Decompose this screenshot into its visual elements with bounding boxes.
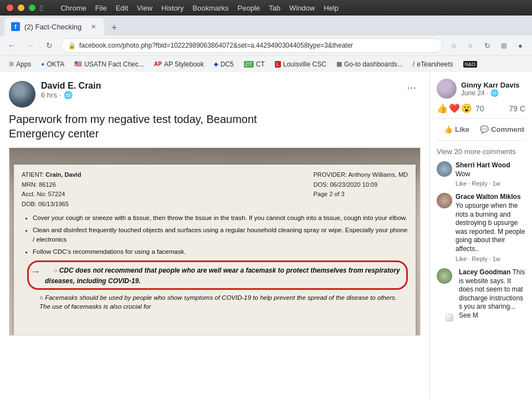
lock-icon: 🔒 [68,42,76,49]
bookmark-usatn-label: USATN Fact Chec... [84,60,144,68]
bookmark-ct-label: CT [256,60,265,68]
active-tab[interactable]: f (2) Fact-Checking ✕ [4,18,104,35]
comment-avatar-3[interactable] [437,268,452,284]
thumbs-up-reaction: 👍 [437,103,448,114]
minimize-button[interactable] [18,4,24,11]
browser-content: David E. Crain 6 hrs · 🌐 ··· Paperwork f… [0,72,532,399]
comment-item-3: Lacey Goodman This is website says. It d… [437,268,525,320]
account-circle-icon[interactable]: ● [513,38,528,53]
dc5-icon: ◆ [214,61,218,67]
bookmark-okta-label: OKTA [47,60,64,68]
comment-body-1: Sherri Hart Wood Wow Like · Reply · 1w [456,161,525,187]
sync-icon[interactable]: ↻ [480,38,494,53]
mac-titlebar:  Chrome File Edit View History Bookmark… [0,0,532,16]
privacy-icon: 🌐 [64,91,73,99]
author-name[interactable]: David E. Crain [41,81,402,91]
post-image[interactable]: ATIENT: Crain, David MRN: 86126 Acct. No… [9,147,421,336]
sidebar-user-details: Ginny Karr Davis June 24 · 🌐 [461,81,520,97]
url-bar[interactable]: 🔒 facebook.com/photo.php?fbid=1022298906… [61,38,442,53]
ct-icon: CT [244,61,254,68]
provider-label: PROVIDER: [313,171,347,178]
patient-label: ATIENT: [22,171,44,178]
comment-avatar-2[interactable] [437,193,452,208]
comment-author-3: Lacey Goodman [459,268,510,276]
bookmark-okta[interactable]: ● OKTA [37,59,69,69]
bookmark-dashboards[interactable]: ▦ Go-to dashboards... [332,59,407,69]
post-separator: · [59,91,62,99]
apple-icon:  [40,3,43,13]
back-button[interactable]: ← [4,38,19,53]
bookmark-dc5[interactable]: ◆ DC5 [209,59,238,69]
bookmark-apps[interactable]: ⊞ Apps [4,59,35,69]
reaction-icons: 👍 ❤️ 😮 70 [437,103,484,114]
post-more-button[interactable]: ··· [402,81,421,94]
bookmark-ap[interactable]: AP AP Stylebook [150,59,208,69]
like-button[interactable]: 👍 Like [437,123,477,136]
menu-window[interactable]: Window [289,4,315,12]
bookmark-usatn[interactable]: 🇺🇸 USATN Fact Chec... [70,59,149,69]
menu-bookmarks[interactable]: Bookmarks [193,4,229,12]
bookmark-louisville[interactable]: L Louisville CSC [270,59,331,69]
like-icon: 👍 [444,125,453,134]
menu-tab[interactable]: Tab [269,4,280,12]
mrn-value: 86126 [39,181,56,188]
etearsheets-icon: / [413,60,415,68]
profile-icon[interactable]: ○ [463,38,478,53]
mrn-label: MRN: [22,181,37,188]
acct-value: 57224 [48,191,65,197]
tab-favicon: f [11,22,20,31]
view-more-comments[interactable]: View 20 more comments [437,147,525,156]
tab-close-button[interactable]: ✕ [89,22,98,31]
facebook-post-container: David E. Crain 6 hrs · 🌐 ··· Paperwork f… [0,72,532,399]
comment-count: 79 C [509,104,525,113]
sidebar-user-avatar[interactable] [437,79,457,99]
document-bullets: Cover your cough or sneeze with a tissue… [22,213,408,255]
reactions-row: 👍 ❤️ 😮 70 79 C [437,103,525,119]
fb-main-content: David E. Crain 6 hrs · 🌐 ··· Paperwork f… [0,72,429,399]
close-button[interactable] [7,4,13,11]
menu-file[interactable]: File [95,4,107,12]
comment-button[interactable]: 💬 Comment [479,123,525,136]
doc-sub-bullet-text: Facemasks should be used by people who s… [39,294,397,310]
bookmarks-bar: ⊞ Apps ● OKTA 🇺🇸 USATN Fact Chec... AP A… [0,55,532,72]
bookmark-dashboards-label: Go-to dashboards... [344,60,403,68]
document-sub-bullet: ○ Facemasks should be used by people who… [22,293,408,311]
fb-sidebar: Ginny Karr Davis June 24 · 🌐 👍 ❤️ 😮 70 7… [429,72,532,399]
bookmark-star-icon[interactable]: ☆ [447,38,461,53]
forward-button[interactable]: → [23,38,38,53]
post-header: David E. Crain 6 hrs · 🌐 ··· [9,81,421,108]
post-author-info: David E. Crain 6 hrs · 🌐 [41,81,402,99]
author-avatar[interactable] [9,81,35,108]
provider-name: Anthony Williams, MD [348,171,408,178]
menu-edit[interactable]: Edit [116,4,128,12]
comment-text-content-1: Wow [456,170,470,178]
cdc-highlighted-text: CDC does not recommend that people who a… [45,267,400,285]
reload-button[interactable]: ↻ [42,38,57,53]
bookmark-ct[interactable]: CT CT [239,59,269,69]
comment-author-2: Grace Walton Miklos [456,193,521,201]
like-label: Like [455,125,469,134]
new-tab-button[interactable]: + [106,20,122,35]
menu-view[interactable]: View [137,4,152,12]
menu-chrome[interactable]: Chrome [60,4,86,12]
tab-bar: f (2) Fact-Checking ✕ + [0,16,532,35]
bookmark-etearsheets[interactable]: / eTearsheets [408,59,458,69]
menu-people[interactable]: People [238,4,260,12]
sidebar-commenter-name[interactable]: Ginny Karr Davis [461,81,520,89]
bookmark-no[interactable]: N&O [459,60,482,69]
dashboards-icon: ▦ [336,60,342,68]
comment-author-1: Sherri Hart Wood [456,161,510,169]
bookmark-apps-label: Apps [16,60,31,68]
arrow-indicator-icon: → [30,266,40,278]
bookmark-louisville-label: Louisville CSC [283,60,326,68]
menu-help[interactable]: Help [324,4,339,12]
post-time: 6 hrs [41,91,57,99]
comment-avatar-1[interactable] [437,161,452,177]
menu-history[interactable]: History [161,4,183,12]
comment-icon: 💬 [480,125,489,134]
maximize-button[interactable] [29,4,35,11]
extension-icon[interactable]: ⊞ [497,38,511,53]
doc-bullet-1: Cover your cough or sneeze with a tissue… [33,213,408,222]
comment-text-content-2: Yo upsurge when the riots a burning and … [456,202,525,253]
bookmark-etearsheets-label: eTearsheets [417,60,453,68]
